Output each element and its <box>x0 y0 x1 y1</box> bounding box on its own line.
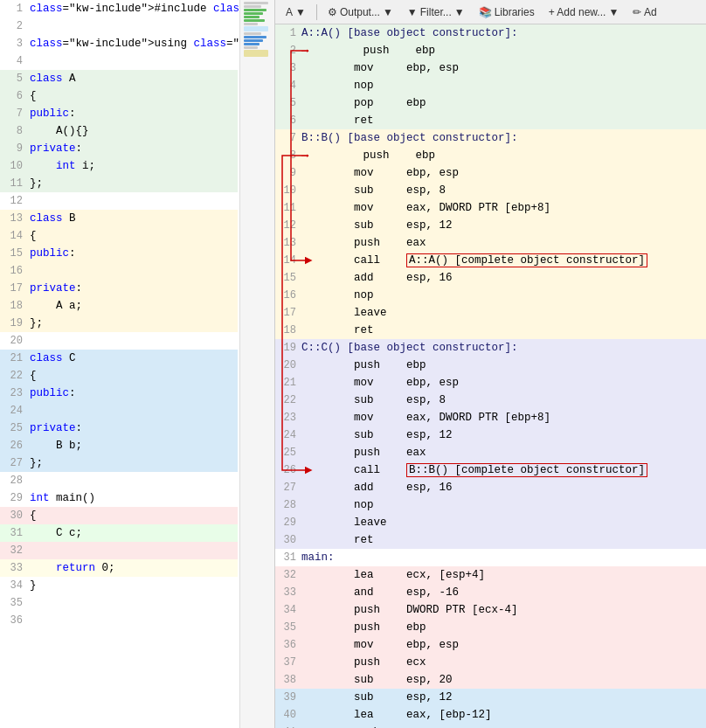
source-line: 28 <box>0 472 238 489</box>
asm-line-content: lea ecx, [esp+4] <box>301 569 706 581</box>
source-panel: 1class="kw-include">#include class="str-… <box>0 0 275 728</box>
source-line-content: public: <box>30 387 238 399</box>
asm-line: 18 ret <box>275 322 706 339</box>
filter-arrow: ▼ <box>454 6 465 18</box>
asm-line-num: 16 <box>277 289 301 302</box>
asm-line: 29 leave <box>275 514 706 531</box>
asm-line: 5 pop ebp <box>275 94 706 112</box>
source-line-num: 16 <box>3 265 30 277</box>
asm-line-num: 21 <box>277 377 301 389</box>
source-line-num: 11 <box>3 177 30 190</box>
libraries-button[interactable]: 📚 Libraries <box>474 4 540 20</box>
asm-line-content: nop <box>301 499 706 511</box>
source-line-num: 36 <box>3 614 30 627</box>
asm-line-num: 18 <box>277 324 301 336</box>
source-line-num: 24 <box>3 405 30 417</box>
source-line: 22{ <box>0 367 238 385</box>
source-line-num: 10 <box>3 160 30 172</box>
asm-line-num: 8 <box>277 149 301 162</box>
edit-button[interactable]: ✏ Ad <box>627 4 661 20</box>
red-box-label: B::B() [complete object constructor] <box>406 463 647 477</box>
font-arrow: ▼ <box>295 6 306 18</box>
source-line: 4 <box>0 52 238 70</box>
source-line-num: 30 <box>3 510 30 522</box>
asm-line: 11 mov eax, DWORD PTR [ebp+8] <box>275 199 706 217</box>
assembly-content[interactable]: 1A::A() [base object constructor]:2→ pus… <box>275 24 706 728</box>
source-line-content: class A <box>30 73 238 85</box>
asm-line: 8→ push ebp <box>275 147 706 164</box>
toolbar-sep-1 <box>316 4 317 20</box>
source-line-num: 22 <box>3 370 30 382</box>
source-line-num: 3 <box>3 38 30 50</box>
asm-line-content: sub esp, 8 <box>301 184 706 197</box>
asm-line: 28 nop <box>275 496 706 514</box>
asm-line-content: call B::B() [complete object constructor… <box>301 463 706 477</box>
asm-line-num: 28 <box>277 499 301 511</box>
source-line-num: 19 <box>3 317 30 329</box>
source-line: 11}; <box>0 175 238 192</box>
source-line: 5class A <box>0 70 238 87</box>
asm-line-content: ret <box>301 114 706 127</box>
asm-line-content: call A::A() [complete object constructor… <box>301 253 706 267</box>
asm-line-num: 32 <box>277 569 301 581</box>
asm-line-num: 12 <box>277 219 301 232</box>
source-line: 33 return 0; <box>0 559 238 577</box>
source-line: 9private: <box>0 140 238 157</box>
output-arrow: ▼ <box>383 6 393 18</box>
source-line-num: 23 <box>3 387 30 399</box>
asm-line-content: mov eax, DWORD PTR [ebp+8] <box>301 202 706 214</box>
source-line: 25private: <box>0 419 238 437</box>
filter-label: Filter... <box>420 6 452 18</box>
source-line-num: 15 <box>3 247 30 260</box>
source-line-content: class="kw-include">using class="kw-inclu… <box>30 38 275 50</box>
asm-line-num: 22 <box>277 394 301 406</box>
filter-button[interactable]: ▼ Filter... ▼ <box>402 4 470 20</box>
mini-preview <box>239 0 274 728</box>
source-line: 26 B b; <box>0 437 238 454</box>
asm-line: 15 add esp, 16 <box>275 269 706 287</box>
add-new-button[interactable]: + Add new... ▼ <box>543 4 625 20</box>
asm-line-content: push eax <box>301 447 706 459</box>
asm-line: 41 push eax <box>275 724 706 728</box>
asm-line: 27 add esp, 16 <box>275 479 706 496</box>
source-line-content: public: <box>30 247 238 260</box>
output-label: Output... <box>340 6 380 18</box>
assembly-panel: A ▼ ⚙ Output... ▼ ▼ Filter... ▼ 📚 Librar… <box>275 0 706 728</box>
source-line-content: class="kw-include">#include class="str-i… <box>30 3 275 15</box>
asm-line-content: push ebp <box>310 45 706 57</box>
source-line-content: { <box>30 230 238 242</box>
asm-line-num: 2 <box>277 45 301 57</box>
asm-line-content: mov ebp, esp <box>301 377 706 389</box>
asm-line-num: 34 <box>277 604 301 616</box>
asm-line-num: 29 <box>277 517 301 529</box>
asm-line-num: 36 <box>277 639 301 651</box>
font-button[interactable]: A ▼ <box>280 4 311 20</box>
source-line: 18 A a; <box>0 297 238 315</box>
asm-line-num: 39 <box>277 691 301 704</box>
asm-line-content: lea eax, [ebp-12] <box>301 709 706 721</box>
asm-line: 4 nop <box>275 77 706 94</box>
asm-line-num: 7 <box>277 132 301 144</box>
source-line: 23public: <box>0 385 238 402</box>
source-line-num: 5 <box>3 73 30 85</box>
asm-line: 10 sub esp, 8 <box>275 182 706 199</box>
source-line-content: int i; <box>30 160 238 172</box>
asm-line-content: nop <box>301 80 706 92</box>
asm-line-content: sub esp, 12 <box>301 691 706 704</box>
source-line: 17private: <box>0 280 238 297</box>
source-line-num: 17 <box>3 282 30 295</box>
libraries-label: Libraries <box>495 6 535 18</box>
source-line-num: 35 <box>3 597 30 609</box>
output-button[interactable]: ⚙ Output... ▼ <box>322 4 398 20</box>
source-line: 29int main() <box>0 489 238 507</box>
source-line-num: 4 <box>3 55 30 67</box>
source-line-num: 26 <box>3 440 30 452</box>
source-line: 24 <box>0 402 238 419</box>
source-line: 15public: <box>0 245 238 262</box>
asm-line-content: ret <box>301 534 706 546</box>
asm-line-num: 33 <box>277 586 301 599</box>
asm-line-num: 27 <box>277 482 301 494</box>
asm-line: 35 push ebp <box>275 619 706 636</box>
source-line: 2 <box>0 17 238 35</box>
source-line: 30{ <box>0 507 238 524</box>
